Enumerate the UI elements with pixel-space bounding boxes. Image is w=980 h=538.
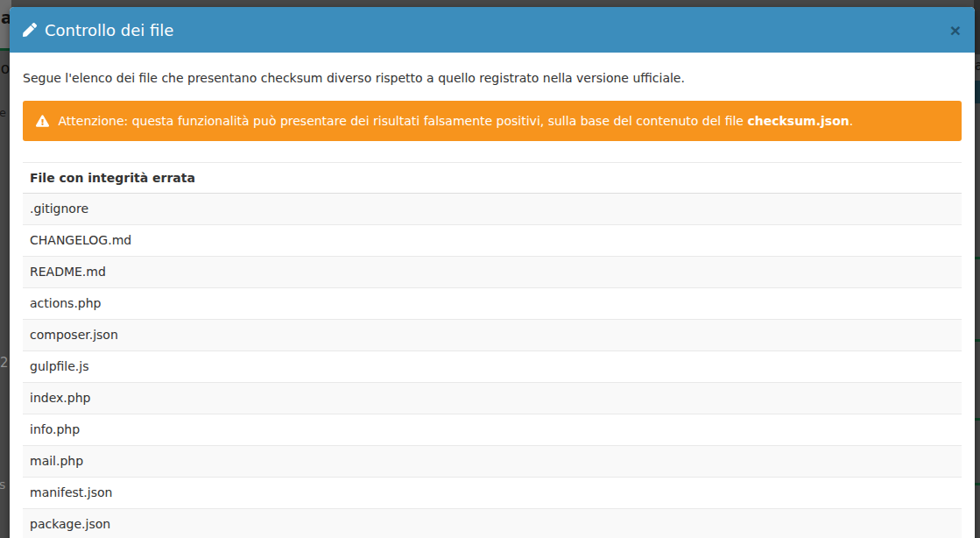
background-text-fragment: io [0, 60, 10, 77]
table-row: package.json [23, 509, 962, 538]
file-name-cell: manifest.json [23, 478, 962, 509]
page: { "background": { "fragments": ["a", "io… [0, 0, 980, 538]
modal-body: Segue l'elenco dei file che presentano c… [10, 53, 975, 538]
file-name-cell: gulpfile.js [23, 351, 962, 383]
background-text-fragment: s [0, 478, 5, 492]
table-row: composer.json [23, 320, 962, 351]
background-divider [975, 339, 980, 342]
file-name-cell: mail.php [23, 446, 962, 478]
file-name-cell: info.php [23, 414, 962, 446]
background-text-fragment: 2 [0, 355, 9, 371]
file-name-cell: .gitignore [23, 194, 962, 225]
modal-header: Controllo dei file × [10, 7, 975, 53]
file-name-cell: composer.json [23, 320, 962, 351]
alert-text-before: Attenzione: questa funzionalità può pres… [58, 114, 747, 128]
background-patch [974, 0, 980, 54]
table-row: info.php [23, 414, 962, 446]
modal-title: Controllo dei file [23, 21, 173, 39]
background-divider [975, 418, 980, 421]
warning-alert: Attenzione: questa funzionalità può pres… [23, 101, 962, 141]
table-row: README.md [23, 257, 962, 288]
table-row: manifest.json [23, 478, 962, 509]
file-check-modal: Controllo dei file × Segue l'elenco dei … [10, 7, 975, 538]
close-icon[interactable]: × [949, 21, 962, 39]
background-text-fragment: a [975, 58, 980, 74]
modal-title-text: Controllo dei file [45, 21, 173, 39]
pencil-icon [23, 23, 37, 37]
table-header-cell: File con integrità errata [23, 163, 962, 194]
table-row: actions.php [23, 288, 962, 320]
file-name-cell: package.json [23, 509, 962, 538]
table-row: gulpfile.js [23, 351, 962, 383]
intro-text: Segue l'elenco dei file che presentano c… [23, 70, 962, 87]
background-divider [975, 483, 980, 485]
file-name-cell: CHANGELOG.md [23, 225, 962, 257]
background-divider [975, 257, 980, 259]
alert-text-after: . [850, 114, 853, 128]
bad-integrity-file-table: File con integrità errata .gitignore CHA… [23, 162, 962, 538]
warning-triangle-icon [36, 114, 58, 128]
background-text-fragment: e [0, 106, 6, 119]
file-name-cell: index.php [23, 383, 962, 414]
alert-file-name: checksum.json [747, 114, 849, 128]
table-header-row: File con integrità errata [23, 163, 962, 194]
background-panel-fragment [974, 81, 980, 103]
table-row: index.php [23, 383, 962, 414]
file-name-cell: README.md [23, 257, 962, 288]
table-row: .gitignore [23, 194, 962, 225]
file-name-cell: actions.php [23, 288, 962, 320]
table-row: mail.php [23, 446, 962, 478]
table-row: CHANGELOG.md [23, 225, 962, 257]
